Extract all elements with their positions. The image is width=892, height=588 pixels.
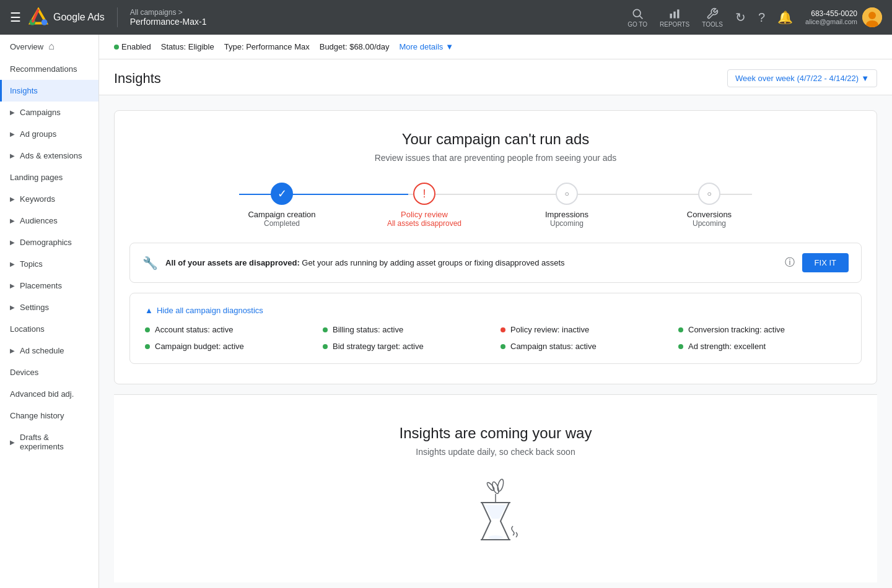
- logo-text: Google Ads: [53, 12, 105, 23]
- sidebar-label-locations: Locations: [10, 324, 45, 334]
- svg-point-14: [486, 482, 496, 491]
- home-icon: ⌂: [48, 41, 55, 52]
- sidebar-label-adgroups: Ad groups: [20, 129, 56, 139]
- sidebar-label-insights: Insights: [10, 86, 38, 95]
- expand-icon-drafts: ▶: [10, 439, 15, 446]
- step-4-label: Conversions: [687, 210, 732, 219]
- sidebar-label-drafts: Drafts & experiments: [20, 433, 89, 451]
- sidebar-item-change-history[interactable]: Change history: [0, 405, 98, 426]
- all-campaigns-breadcrumb[interactable]: All campaigns >: [130, 8, 207, 17]
- insights-coming-title: Insights are coming your way: [129, 425, 862, 442]
- sidebar-label-topics: Topics: [20, 259, 43, 269]
- sidebar-item-demographics[interactable]: ▶ Demographics: [0, 231, 98, 253]
- enabled-text: Enabled: [121, 42, 151, 51]
- sidebar-item-settings[interactable]: ▶ Settings: [0, 296, 98, 318]
- insights-coming-subtitle: Insights update daily, so check back soo…: [129, 447, 862, 457]
- diag-bid-status: Bid strategy target: active: [323, 342, 491, 351]
- campaign-status-subtitle: Review issues that are preventing people…: [129, 153, 862, 163]
- main-layout: Overview ⌂ Recommendations Insights ▶ Ca…: [0, 35, 892, 588]
- sidebar-label-settings: Settings: [20, 303, 49, 312]
- reports-label: REPORTS: [660, 21, 689, 28]
- more-details-button[interactable]: More details ▼: [399, 42, 453, 51]
- svg-rect-6: [670, 14, 672, 19]
- sidebar-item-advanced-bid[interactable]: Advanced bid adj.: [0, 383, 98, 405]
- sidebar-item-recommendations[interactable]: Recommendations: [0, 58, 98, 80]
- step-1-sublabel: Completed: [264, 219, 300, 228]
- sidebar-item-overview[interactable]: Overview ⌂: [0, 35, 98, 58]
- steps-row: ✓ Campaign creation Completed ! Policy r…: [211, 183, 780, 228]
- date-range-text: Week over week (4/7/22 - 4/14/22): [735, 74, 859, 83]
- step-2-sublabel: All assets disapproved: [387, 219, 461, 228]
- reports-button[interactable]: REPORTS: [655, 5, 694, 30]
- sidebar-label-advanced-bid: Advanced bid adj.: [10, 389, 74, 399]
- chevron-up-icon: ▲: [145, 306, 153, 315]
- sidebar-label-campaigns: Campaigns: [20, 108, 61, 117]
- enabled-dot: [114, 45, 119, 50]
- sidebar-item-placements[interactable]: ▶ Placements: [0, 275, 98, 296]
- budget-text: Budget: $68.00/day: [320, 42, 390, 51]
- user-avatar[interactable]: [862, 7, 882, 27]
- hourglass-illustration: [458, 477, 533, 553]
- sidebar-item-insights[interactable]: Insights: [0, 80, 98, 102]
- svg-point-4: [633, 9, 641, 17]
- hamburger-menu[interactable]: ☰: [10, 10, 21, 25]
- sidebar-label-ads: Ads & extensions: [20, 151, 82, 160]
- notifications-button[interactable]: 🔔: [772, 5, 798, 30]
- sidebar-item-topics[interactable]: ▶ Topics: [0, 253, 98, 275]
- step-2-label: Policy review: [401, 210, 448, 219]
- goto-button[interactable]: GO TO: [623, 5, 652, 30]
- wrench-icon: 🔧: [142, 256, 158, 270]
- diag-dot-adstrength: [678, 344, 683, 349]
- help-button[interactable]: ?: [753, 6, 770, 30]
- hide-diagnostics-button[interactable]: ▲ Hide all campaign diagnostics: [145, 306, 263, 315]
- sidebar-item-adgroups[interactable]: ▶ Ad groups: [0, 123, 98, 145]
- step-3-circle: ○: [556, 183, 578, 205]
- expand-icon-placements: ▶: [10, 282, 15, 289]
- diag-label-conversion: Conversion tracking: active: [688, 325, 785, 334]
- diag-conversion-status: Conversion tracking: active: [678, 325, 846, 334]
- warning-detail: Get your ads running by adding asset gro…: [302, 258, 564, 267]
- user-area: 683-455-0020 alice@gmail.com: [805, 7, 882, 27]
- warning-text: All of your assets are disapproved: Get …: [165, 258, 777, 267]
- diag-policy-status: Policy review: inactive: [501, 325, 668, 334]
- sidebar-item-landing-pages[interactable]: Landing pages: [0, 166, 98, 188]
- expand-icon-audiences: ▶: [10, 217, 15, 224]
- expand-icon-ads: ▶: [10, 152, 15, 159]
- top-navigation: ☰ Google Ads All campaigns > Performance…: [0, 0, 892, 35]
- tools-button[interactable]: TOOLS: [697, 5, 728, 30]
- svg-rect-7: [673, 11, 675, 18]
- refresh-button[interactable]: ↻: [730, 5, 751, 30]
- sidebar-item-drafts[interactable]: ▶ Drafts & experiments: [0, 426, 98, 457]
- diag-label-billing: Billing status: active: [333, 325, 403, 334]
- sidebar-label-adschedule: Ad schedule: [20, 346, 64, 355]
- sidebar-item-locations[interactable]: Locations: [0, 318, 98, 340]
- logo: Google Ads: [28, 7, 105, 27]
- svg-rect-8: [677, 9, 679, 18]
- diag-dot-conversion: [678, 327, 683, 332]
- step-4-wrapper: ○ Conversions Upcoming: [638, 183, 780, 228]
- fix-it-button[interactable]: FIX IT: [802, 253, 849, 272]
- diag-budget-status: Campaign budget: active: [145, 342, 313, 351]
- campaign-status-card: Your campaign can't run ads Review issue…: [114, 110, 877, 384]
- step-2-circle: !: [413, 183, 435, 205]
- sidebar-item-keywords[interactable]: ▶ Keywords: [0, 188, 98, 210]
- sidebar-item-ads[interactable]: ▶ Ads & extensions: [0, 145, 98, 166]
- diag-dot-campaign: [501, 344, 505, 349]
- sidebar-label-keywords: Keywords: [20, 194, 55, 204]
- sidebar-item-audiences[interactable]: ▶ Audiences: [0, 210, 98, 231]
- sidebar-label-demographics: Demographics: [20, 238, 72, 247]
- sidebar-item-adschedule[interactable]: ▶ Ad schedule: [0, 340, 98, 361]
- date-range-picker[interactable]: Week over week (4/7/22 - 4/14/22) ▼: [727, 69, 877, 87]
- warning-banner: 🔧 All of your assets are disapproved: Ge…: [129, 243, 862, 283]
- expand-icon-adschedule: ▶: [10, 347, 15, 354]
- main-content: Enabled Status: Eligible Type: Performan…: [99, 35, 892, 588]
- step-3-wrapper: ○ Impressions Upcoming: [496, 183, 638, 228]
- type-text: Type: Performance Max: [224, 42, 310, 51]
- nav-icons: GO TO REPORTS TOOLS ↻ ? 🔔: [623, 5, 798, 30]
- sidebar-item-devices[interactable]: Devices: [0, 361, 98, 383]
- sidebar-item-campaigns[interactable]: ▶ Campaigns: [0, 102, 98, 123]
- help-circle-icon[interactable]: ⓘ: [785, 256, 795, 269]
- step-1-circle: ✓: [271, 183, 293, 205]
- expand-icon-adgroups: ▶: [10, 131, 15, 137]
- warning-bold: All of your assets are disapproved:: [165, 258, 300, 267]
